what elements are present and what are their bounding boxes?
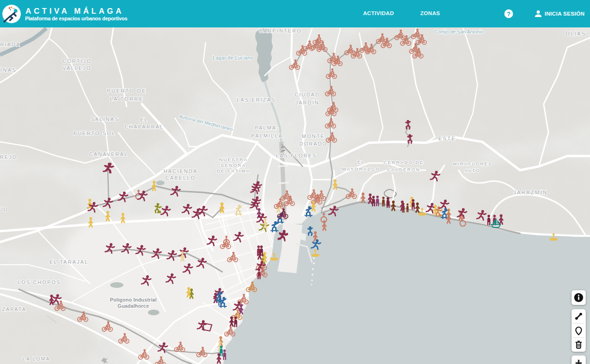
svg-text:CALDERON: CALDERON (387, 167, 420, 172)
svg-text:?: ? (507, 10, 511, 17)
svg-text:LA TORRE: LA TORRE (110, 96, 144, 102)
svg-text:MONTE: MONTE (302, 133, 325, 139)
svg-text:LA LOMA: LA LOMA (23, 356, 50, 362)
svg-text:JO: JO (0, 207, 9, 212)
svg-text:ALTO: ALTO (465, 168, 481, 173)
svg-text:EL: EL (357, 159, 365, 165)
svg-text:CAÑAVERAL: CAÑAVERAL (89, 151, 129, 157)
svg-text:ESTE: ESTE (438, 136, 456, 141)
svg-text:PALMA-: PALMA- (255, 125, 279, 130)
svg-text:NUESTRA: NUESTRA (219, 157, 248, 162)
svg-text:CARPINTERO: CARPINTERO (259, 28, 302, 34)
svg-text:SALINAS: SALINAS (91, 116, 119, 122)
svg-text:EL: EL (140, 117, 148, 122)
svg-text:CABELLO: CABELLO (165, 175, 196, 181)
svg-text:JARDÍN: JARDÍN (295, 100, 319, 105)
svg-text:Lagar de Luciano: Lagar de Luciano (213, 55, 253, 61)
svg-text:EL TARAJAL: EL TARAJAL (50, 259, 89, 265)
svg-text:REJO: REJO (0, 154, 17, 160)
svg-text:PALMILLA: PALMILLA (251, 133, 283, 139)
svg-text:DORADO: DORADO (299, 141, 327, 147)
svg-text:JARAZMÍN: JARAZMÍN (513, 190, 548, 195)
svg-text:ZAPATA: ZAPATA (2, 306, 26, 312)
svg-text:Cortijo de San Antonio: Cortijo de San Antonio (434, 29, 484, 35)
svg-text:MIRAFLORES: MIRAFLORES (453, 161, 493, 166)
svg-text:RIADA: RIADA (0, 42, 20, 47)
svg-text:HACIENDA: HACIENDA (164, 168, 198, 174)
svg-text:INAS: INAS (0, 67, 17, 73)
svg-text:OLÍAS: OLÍAS (565, 31, 586, 36)
svg-text:CORTIJO: CORTIJO (62, 58, 91, 64)
svg-text:PUERTO DE: PUERTO DE (107, 88, 147, 94)
svg-text:LOS CHOPOS: LOS CHOPOS (17, 279, 61, 285)
svg-text:DE FÁTIMA: DE FÁTIMA (217, 168, 250, 173)
svg-text:MAYORAZGO: MAYORAZGO (342, 166, 381, 172)
svg-text:SEÑORA: SEÑORA (221, 163, 246, 168)
svg-text:PUERTO SOL: PUERTO SOL (73, 130, 115, 136)
svg-text:LAS ERIZAS: LAS ERIZAS (237, 97, 276, 103)
svg-text:VALLEJO: VALLEJO (63, 65, 92, 71)
svg-text:CIUDAD: CIUDAD (295, 92, 320, 97)
svg-text:LAS FLORES: LAS FLORES (276, 153, 317, 158)
svg-text:CHAPARRAL: CHAPARRAL (124, 124, 164, 130)
svg-text:Guadalhorce: Guadalhorce (118, 303, 149, 309)
svg-text:CERRADO DE: CERRADO DE (383, 160, 424, 165)
svg-text:Polígono Industrial: Polígono Industrial (110, 297, 157, 303)
